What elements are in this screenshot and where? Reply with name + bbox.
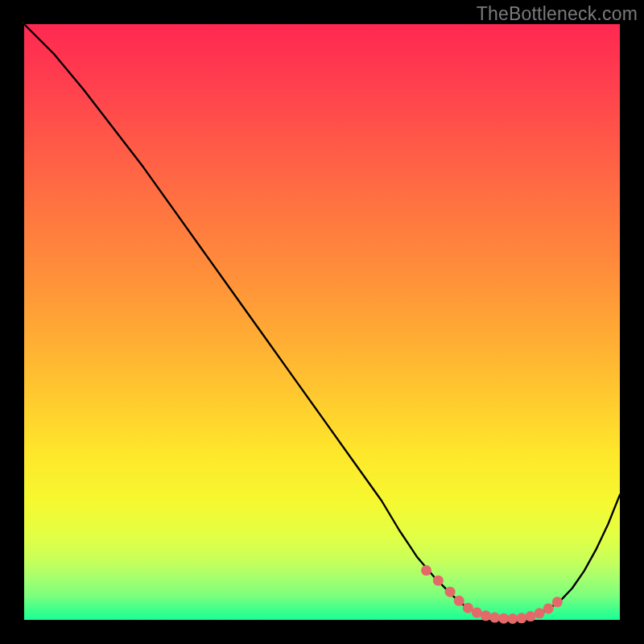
marker-dot	[463, 603, 473, 613]
marker-dot	[489, 613, 500, 623]
marker-group	[421, 565, 563, 624]
watermark-text: TheBottleneck.com	[477, 3, 638, 25]
chart-overlay	[24, 24, 620, 620]
marker-dot	[552, 597, 563, 607]
marker-dot	[445, 587, 456, 597]
marker-dot	[507, 613, 518, 624]
bottleneck-curve	[24, 24, 620, 619]
marker-dot	[454, 596, 464, 606]
marker-dot	[516, 613, 526, 623]
marker-dot	[472, 608, 482, 618]
marker-dot	[481, 610, 491, 621]
marker-dot	[433, 576, 444, 586]
marker-dot	[535, 608, 545, 618]
curve-layer	[24, 24, 620, 619]
marker-dot	[421, 565, 431, 576]
chart-frame: TheBottleneck.com	[0, 0, 644, 644]
marker-dot	[526, 611, 536, 621]
marker-dot	[498, 613, 509, 624]
marker-dot	[543, 603, 554, 613]
